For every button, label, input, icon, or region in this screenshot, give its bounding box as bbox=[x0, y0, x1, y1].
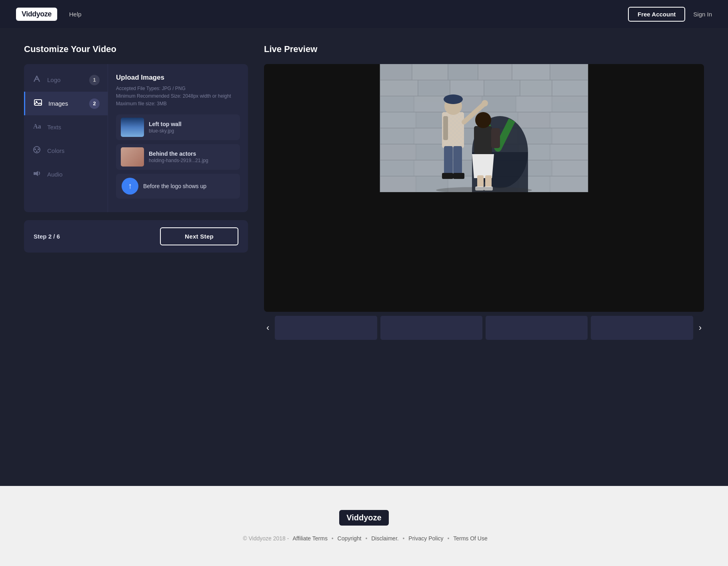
upload-hints: Accepted File Types: JPG / PNG Minimum R… bbox=[116, 85, 240, 108]
svg-point-85 bbox=[482, 100, 488, 106]
svg-rect-79 bbox=[453, 146, 462, 174]
svg-rect-11 bbox=[448, 64, 478, 80]
svg-rect-86 bbox=[443, 116, 448, 140]
help-link[interactable]: Help bbox=[69, 11, 82, 18]
svg-rect-0 bbox=[34, 100, 42, 105]
audio-icon bbox=[32, 169, 42, 180]
image-name-0: Left top wall bbox=[149, 121, 235, 127]
svg-rect-45 bbox=[380, 160, 414, 176]
footer-copyright: © Viddyoze 2018 - bbox=[243, 535, 289, 542]
footer-dot-0: • bbox=[332, 535, 335, 542]
footer-privacy[interactable]: Privacy Policy bbox=[408, 535, 443, 542]
sidebar-texts-label: Texts bbox=[47, 124, 61, 130]
next-thumb-button[interactable]: › bbox=[696, 323, 704, 333]
svg-rect-13 bbox=[512, 64, 550, 80]
sidebar-item-texts[interactable]: Aa Texts bbox=[24, 115, 108, 139]
colors-icon bbox=[32, 145, 42, 156]
step-separator: / bbox=[53, 233, 55, 240]
sidebar-images-label: Images bbox=[48, 100, 68, 107]
thumb-item-0[interactable] bbox=[275, 316, 377, 340]
svg-rect-18 bbox=[484, 80, 520, 96]
svg-rect-56 bbox=[550, 176, 588, 192]
step-info: Step 2 / 6 bbox=[34, 233, 60, 240]
upload-hint-2: Minimum Recommended Size: 2048px width o… bbox=[116, 92, 240, 100]
texts-icon: Aa bbox=[32, 122, 42, 132]
svg-rect-44 bbox=[550, 144, 588, 160]
sidebar-audio-label: Audio bbox=[47, 171, 62, 178]
svg-rect-17 bbox=[450, 80, 484, 96]
footer-disclaimer[interactable]: Disclaimer. bbox=[371, 535, 398, 542]
svg-rect-88 bbox=[477, 175, 484, 187]
svg-rect-12 bbox=[478, 64, 512, 80]
preview-svg bbox=[264, 64, 704, 192]
svg-rect-19 bbox=[520, 80, 552, 96]
svg-rect-32 bbox=[550, 112, 588, 128]
footer-terms[interactable]: Terms Of Use bbox=[453, 535, 488, 542]
footer-logo: Viddyoze bbox=[339, 510, 388, 526]
image-info-0: Left top wall blue-sky.jpg bbox=[149, 121, 235, 134]
images-icon bbox=[33, 98, 43, 109]
image-name-1: Behind the actors bbox=[149, 151, 235, 157]
svg-point-5 bbox=[38, 149, 39, 150]
svg-rect-87 bbox=[474, 126, 492, 154]
svg-rect-26 bbox=[552, 96, 588, 112]
footer-copyright-link[interactable]: Copyright bbox=[338, 535, 362, 542]
thumbnail-strip: ‹ › bbox=[264, 316, 704, 340]
left-panel: Customize Your Video Logo 1 bbox=[24, 44, 248, 253]
svg-rect-20 bbox=[552, 80, 588, 96]
image-thumb-0 bbox=[121, 118, 144, 137]
svg-rect-27 bbox=[380, 112, 416, 128]
svg-rect-93 bbox=[491, 128, 500, 148]
sidebar-panel: Logo 1 Images 2 bbox=[24, 64, 248, 212]
step-prefix: Step bbox=[34, 233, 47, 240]
footer-affiliate[interactable]: Affiliate Terms bbox=[293, 535, 328, 542]
thumb-strip-inner bbox=[275, 316, 693, 340]
svg-rect-14 bbox=[550, 64, 588, 80]
sidebar-item-audio[interactable]: Audio bbox=[24, 163, 108, 186]
thumb-item-2[interactable] bbox=[486, 316, 588, 340]
upload-circle-button[interactable]: ↑ bbox=[122, 178, 138, 195]
image-filename-1: holding-hands-2919...21.jpg bbox=[149, 158, 235, 163]
svg-rect-21 bbox=[380, 96, 414, 112]
footer-dot-2: • bbox=[403, 535, 406, 542]
upload-slot[interactable]: ↑ Before the logo shows up bbox=[116, 174, 240, 199]
sidebar-logo-label: Logo bbox=[47, 76, 60, 83]
svg-rect-9 bbox=[380, 64, 412, 80]
free-account-button[interactable]: Free Account bbox=[628, 7, 685, 22]
header-left: Viddyoze Help bbox=[16, 8, 82, 21]
header-right: Free Account Sign In bbox=[628, 7, 712, 22]
signin-button[interactable]: Sign In bbox=[693, 11, 712, 18]
upload-title: Upload Images bbox=[116, 74, 240, 82]
sidebar-colors-label: Colors bbox=[47, 147, 64, 154]
prev-thumb-button[interactable]: ‹ bbox=[264, 323, 272, 333]
svg-rect-7 bbox=[34, 172, 36, 175]
svg-rect-33 bbox=[380, 128, 414, 144]
svg-rect-80 bbox=[442, 173, 453, 179]
sidebar-item-logo[interactable]: Logo 1 bbox=[24, 68, 108, 92]
step-total: 6 bbox=[57, 233, 60, 240]
svg-rect-25 bbox=[516, 96, 552, 112]
svg-rect-31 bbox=[518, 112, 550, 128]
thumb-item-3[interactable] bbox=[591, 316, 693, 340]
next-step-button[interactable]: Next Step bbox=[160, 227, 238, 245]
thumb-item-1[interactable] bbox=[380, 316, 482, 340]
svg-point-83 bbox=[444, 94, 463, 104]
customize-title: Customize Your Video bbox=[24, 44, 248, 54]
footer: Viddyoze © Viddyoze 2018 - Affiliate Ter… bbox=[0, 486, 728, 560]
right-panel: Live Preview bbox=[264, 44, 704, 340]
image-item-0[interactable]: Left top wall blue-sky.jpg bbox=[116, 114, 240, 140]
upload-hint-1: Accepted File Types: JPG / PNG bbox=[116, 85, 240, 92]
image-thumb-1 bbox=[121, 147, 144, 167]
svg-rect-39 bbox=[380, 144, 416, 160]
sidebar-logo-badge: 1 bbox=[89, 75, 100, 85]
sidebar-item-colors[interactable]: Colors bbox=[24, 139, 108, 163]
upload-arrow-icon: ↑ bbox=[128, 181, 132, 191]
sidebar-item-images[interactable]: Images 2 bbox=[24, 92, 108, 115]
svg-rect-78 bbox=[444, 146, 453, 174]
image-item-1[interactable]: Behind the actors holding-hands-2919...2… bbox=[116, 144, 240, 170]
preview-video bbox=[264, 64, 704, 312]
svg-point-6 bbox=[36, 151, 38, 152]
svg-rect-50 bbox=[552, 160, 588, 176]
step-bar: Step 2 / 6 Next Step bbox=[24, 220, 248, 253]
image-filename-0: blue-sky.jpg bbox=[149, 128, 235, 134]
